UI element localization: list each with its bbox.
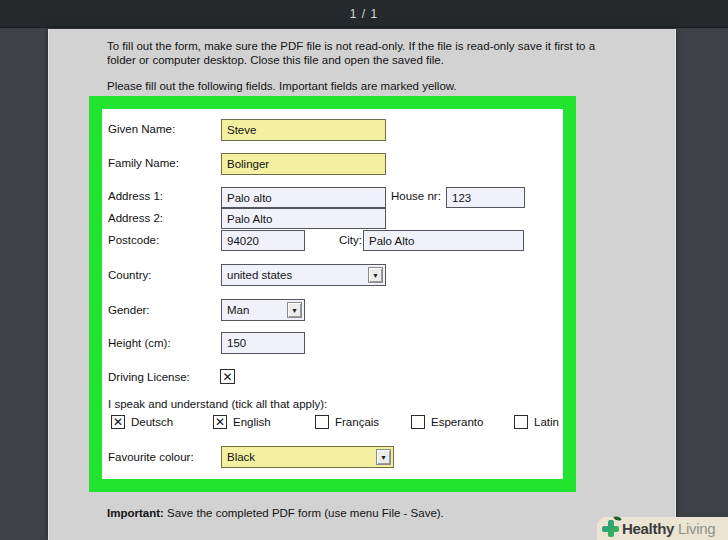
gender-selected-value: Man [227,304,249,316]
driving-license-checkbox[interactable] [220,369,235,384]
language-item-francais: Français [315,415,379,429]
house-nr-label: House nr: [391,190,441,202]
language-item-esperanto: Esperanto [411,415,483,429]
pdf-viewer-toolbar: 1 / 1 [0,0,728,28]
languages-prompt: I speak and understand (tick all that ap… [108,398,327,410]
address1-label: Address 1: [108,190,163,202]
green-cross-icon [602,520,619,537]
pdf-page: To fill out the form, make sure the PDF … [48,29,676,540]
favourite-colour-select[interactable]: Black ▼ [221,446,394,468]
chevron-down-icon[interactable]: ▼ [287,302,302,318]
chevron-down-icon[interactable]: ▼ [376,449,391,465]
postcode-label: Postcode: [108,234,159,246]
chevron-down-icon[interactable]: ▼ [368,267,383,283]
driving-license-label: Driving License: [108,371,190,383]
country-label: Country: [108,269,151,281]
intro-paragraph: To fill out the form, make sure the PDF … [107,39,621,67]
language-checkbox-esperanto[interactable] [411,415,425,429]
address2-label: Address 2: [108,212,163,224]
save-instruction-text: Save the completed PDF form (use menu Fi… [164,507,444,519]
city-label: City: [339,234,362,246]
highlight-box: Given Name: Family Name: Address 1: Hous… [89,96,576,492]
save-instruction: Important: Save the completed PDF form (… [107,507,621,519]
favourite-colour-label: Favourite colour: [108,451,194,463]
page-indicator: 1 / 1 [350,7,378,21]
language-item-latin: Latin [514,415,559,429]
instructions-paragraph: Please fill out the following fields. Im… [107,79,621,93]
language-label-latin: Latin [534,416,559,428]
language-item-deutsch: Deutsch [111,415,173,429]
family-name-label: Family Name: [108,157,179,169]
logo-text-bold: Healthy [622,520,674,537]
country-select[interactable]: united states ▼ [221,264,386,286]
language-checkbox-english[interactable] [213,415,227,429]
healthy-living-watermark: Healthy Living [597,517,728,540]
language-item-english: English [213,415,271,429]
form-area: Given Name: Family Name: Address 1: Hous… [102,109,563,479]
city-input[interactable] [363,230,524,251]
language-label-english: English [233,416,271,428]
save-instruction-emphasis: Important: [107,507,164,519]
language-checkbox-deutsch[interactable] [111,415,125,429]
language-label-esperanto: Esperanto [431,416,483,428]
logo-text-light: Living [674,520,715,537]
country-selected-value: united states [227,269,292,281]
logo-text: Healthy Living [622,520,715,537]
address2-input[interactable] [221,208,386,229]
language-label-deutsch: Deutsch [131,416,173,428]
favourite-colour-selected-value: Black [227,451,255,463]
family-name-input[interactable] [221,153,386,175]
postcode-input[interactable] [221,230,305,251]
given-name-label: Given Name: [108,123,175,135]
gender-label: Gender: [108,304,150,316]
address1-input[interactable] [221,187,386,208]
language-checkbox-latin[interactable] [514,415,528,429]
given-name-input[interactable] [221,119,386,141]
height-input[interactable] [221,332,305,354]
house-nr-input[interactable] [446,187,525,208]
gender-select[interactable]: Man ▼ [221,299,305,321]
height-label: Height (cm): [108,337,171,349]
language-label-francais: Français [335,416,379,428]
language-checkbox-francais[interactable] [315,415,329,429]
